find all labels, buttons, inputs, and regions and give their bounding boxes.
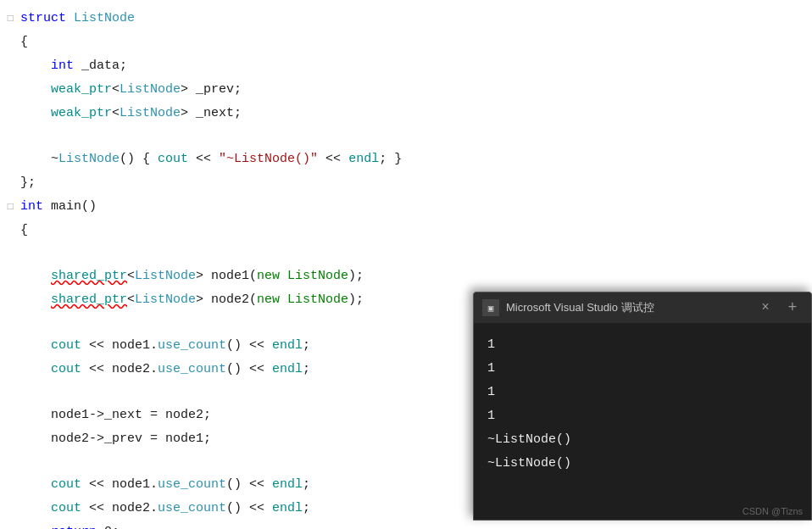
code-line: return 0; bbox=[0, 521, 812, 529]
code-content: { bbox=[17, 220, 812, 242]
code-content: { bbox=[17, 31, 812, 53]
terminal-add-button[interactable]: + bbox=[782, 298, 803, 318]
code-line: □int main() bbox=[0, 195, 812, 219]
code-line: { bbox=[0, 219, 812, 242]
code-line: shared_ptr<ListNode> node1(new ListNode)… bbox=[0, 264, 812, 288]
terminal-output-line: 1 bbox=[487, 381, 798, 404]
code-content: shared_ptr<ListNode> node1(new ListNode)… bbox=[17, 265, 812, 287]
code-content: int _data; bbox=[17, 55, 812, 77]
terminal-output-line: ~ListNode() bbox=[487, 428, 798, 452]
terminal-body: 1111~ListNode()~ListNode() bbox=[474, 323, 811, 503]
terminal-popup: ▣ Microsoft Visual Studio 调试控 × + 1111~L… bbox=[473, 292, 812, 521]
code-line: int _data; bbox=[0, 54, 812, 78]
terminal-footer: CSDN @Tizns bbox=[474, 503, 811, 520]
code-line: weak_ptr<ListNode> _prev; bbox=[0, 78, 812, 102]
code-line: □struct ListNode bbox=[0, 7, 812, 31]
terminal-close-button[interactable]: × bbox=[755, 298, 776, 318]
code-content: struct ListNode bbox=[17, 8, 812, 30]
code-line: weak_ptr<ListNode> _next; bbox=[0, 102, 812, 125]
terminal-output-line: 1 bbox=[487, 357, 798, 381]
code-line: }; bbox=[0, 171, 812, 195]
code-content: int main() bbox=[17, 196, 812, 218]
code-content: ~ListNode() { cout << "~ListNode()" << e… bbox=[17, 148, 812, 170]
code-line: ~ListNode() { cout << "~ListNode()" << e… bbox=[0, 148, 812, 171]
code-content: weak_ptr<ListNode> _next; bbox=[17, 103, 812, 125]
terminal-output-line: ~ListNode() bbox=[487, 452, 798, 476]
code-line bbox=[0, 242, 812, 264]
code-line: { bbox=[0, 31, 812, 54]
terminal-output-line: 1 bbox=[487, 333, 798, 357]
code-editor: □struct ListNode{ int _data; weak_ptr<Li… bbox=[0, 0, 812, 529]
terminal-title: Microsoft Visual Studio 调试控 bbox=[506, 300, 748, 315]
line-collapse-icon[interactable]: □ bbox=[0, 8, 17, 30]
code-content: }; bbox=[17, 172, 812, 194]
code-content: return 0; bbox=[17, 521, 812, 529]
code-content: weak_ptr<ListNode> _prev; bbox=[17, 79, 812, 101]
terminal-titlebar: ▣ Microsoft Visual Studio 调试控 × + bbox=[474, 292, 811, 323]
terminal-output-line: 1 bbox=[487, 404, 798, 428]
code-line bbox=[0, 125, 812, 148]
terminal-icon: ▣ bbox=[482, 299, 499, 316]
line-collapse-icon[interactable]: □ bbox=[0, 196, 17, 218]
